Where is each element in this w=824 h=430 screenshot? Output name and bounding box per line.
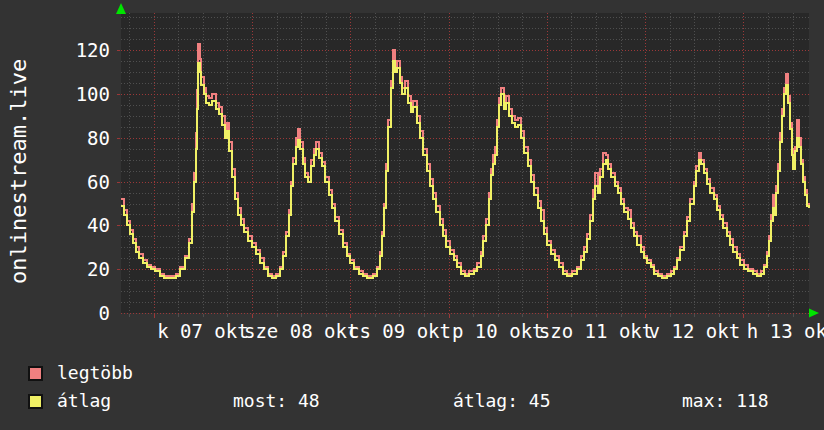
stat-max: max: 118 <box>682 391 769 411</box>
y-axis-tick-label: 0 <box>20 303 110 323</box>
y-axis-tick-label: 40 <box>20 215 110 235</box>
legend-swatch-atlag <box>28 394 43 409</box>
legend-label-atlag: átlag <box>57 391 111 411</box>
x-axis-tick-label: k 07 okt <box>157 321 249 341</box>
stat-atlag: átlag: 45 <box>453 391 551 411</box>
y-axis-tick-label: 100 <box>20 84 110 104</box>
plot-area <box>121 13 809 313</box>
y-axis-tick-label: 80 <box>20 128 110 148</box>
x-axis-tick-label: v 12 okt <box>649 321 741 341</box>
legend-label-legtobb: legtöbb <box>57 363 133 383</box>
y-axis-tick-label: 60 <box>20 172 110 192</box>
x-axis-tick-label: h 13 okt <box>747 321 824 341</box>
y-axis-tick-label: 20 <box>20 259 110 279</box>
x-axis-tick-label: szo 11 okt <box>539 321 653 341</box>
y-axis-tick-label: 120 <box>20 40 110 60</box>
x-axis-tick-label: cs 09 okt <box>348 321 451 341</box>
x-axis-tick-label: sze 08 okt <box>244 321 358 341</box>
legend-swatch-legtobb <box>28 366 43 381</box>
stat-most: most: 48 <box>233 391 320 411</box>
x-axis-tick-label: p 10 okt <box>452 321 544 341</box>
rrd-graph: onlinestream.live 020406080100120 k 07 o… <box>0 0 824 430</box>
axis-arrow-icon <box>809 309 819 318</box>
